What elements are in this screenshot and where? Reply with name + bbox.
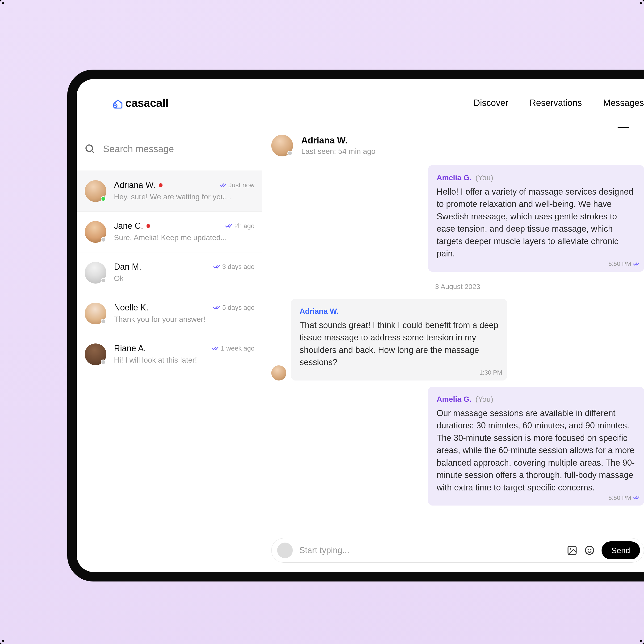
chat-body[interactable]: Amelia G. (You) Hello! I offer a variety… (262, 165, 644, 538)
message-row: Amelia G. (You) Our massage sessions are… (271, 387, 644, 506)
nav-messages[interactable]: Messages (603, 98, 644, 108)
app-header: casacall Discover Reservations Messages (77, 79, 644, 127)
conversation-meta: Just now (220, 181, 255, 189)
conversation-item[interactable]: Noelle K. 5 days ago Thank you for your … (77, 293, 262, 334)
chat-subtitle: Last seen: 54 min ago (301, 147, 376, 156)
composer-input[interactable] (299, 545, 560, 555)
conversation-preview: Thank you for your answer! (114, 315, 255, 324)
avatar (85, 180, 106, 202)
message-row: Adriana W. That sounds great! I think I … (271, 299, 644, 381)
message-composer: Send (271, 538, 644, 563)
conversation-meta: 2h ago (225, 222, 255, 230)
svg-line-3 (92, 151, 94, 153)
read-checks-icon (633, 262, 639, 266)
message-time: 5:50 PM (608, 259, 639, 268)
svg-point-7 (588, 549, 589, 550)
presence-dot (101, 319, 106, 324)
presence-dot (101, 360, 106, 365)
conversation-item[interactable]: Riane A. 1 week ago Hi! I will look at t… (77, 334, 262, 375)
presence-dot (101, 278, 106, 283)
search-input[interactable] (103, 144, 252, 154)
conversation-name: Jane C. (114, 221, 143, 231)
conversation-time: 3 days ago (222, 263, 255, 271)
svg-point-5 (569, 548, 571, 550)
conversation-time: 5 days ago (222, 304, 255, 311)
conversation-preview: Hey, sure! We are waiting for you... (114, 192, 255, 201)
date-divider: 3 August 2023 (271, 283, 644, 291)
svg-point-1 (114, 105, 116, 106)
conversation-preview: Hi! I will look at this later! (114, 356, 255, 364)
conversation-time: 1 week ago (221, 345, 255, 352)
conversation-name: Adriana W. (114, 180, 155, 190)
chat-title: Adriana W. (301, 135, 376, 146)
image-icon[interactable] (567, 545, 577, 556)
message-text: Our massage sessions are available in di… (437, 407, 636, 494)
conversation-time: 2h ago (234, 222, 255, 230)
app-screen: casacall Discover Reservations Messages (77, 79, 644, 572)
chat-header: Adriana W. Last seen: 54 min ago (262, 127, 644, 165)
read-checks-icon (225, 224, 232, 228)
message-text: Hello! I offer a variety of massage serv… (437, 186, 636, 260)
read-checks-icon (212, 346, 218, 351)
conversation-item[interactable]: Jane C. 2h ago Sure, Amelia! Keep me upd… (77, 212, 262, 252)
message-bubble: Amelia G. (You) Our massage sessions are… (428, 387, 644, 506)
message-row: Amelia G. (You) Hello! I offer a variety… (271, 165, 644, 272)
composer-avatar (277, 543, 293, 558)
send-button[interactable]: Send (602, 541, 640, 559)
read-checks-icon (220, 183, 226, 188)
conversation-preview: Sure, Amelia! Keep me updated... (114, 233, 255, 242)
conversation-meta: 1 week ago (212, 345, 255, 352)
message-sender: Amelia G. (You) (437, 394, 636, 405)
emoji-icon[interactable] (584, 545, 595, 556)
chat-panel: Adriana W. Last seen: 54 min ago Amelia … (262, 127, 644, 572)
read-checks-icon (213, 305, 220, 310)
conversation-preview: Ok (114, 274, 255, 283)
presence-dot (101, 237, 106, 242)
avatar (85, 221, 106, 243)
svg-point-2 (86, 145, 93, 152)
avatar (85, 343, 106, 365)
read-checks-icon (633, 496, 639, 500)
conversation-list: Adriana W. Just now Hey, sure! We are wa… (77, 171, 262, 572)
avatar (85, 303, 106, 324)
conversation-name: Riane A. (114, 343, 146, 353)
read-checks-icon (213, 264, 220, 269)
conversation-item[interactable]: Dan M. 3 days ago Ok (77, 252, 262, 293)
nav-reservations[interactable]: Reservations (530, 98, 582, 108)
message-time: 5:50 PM (608, 493, 639, 502)
message-sender: Amelia G. (You) (437, 172, 636, 183)
conversation-meta: 5 days ago (213, 304, 255, 311)
conversation-meta: 3 days ago (213, 263, 255, 271)
conversation-name: Dan M. (114, 262, 141, 272)
brand-logo[interactable]: casacall (112, 96, 168, 109)
unread-dot (159, 183, 163, 187)
search-icon (85, 144, 95, 154)
avatar (85, 262, 106, 284)
nav-discover[interactable]: Discover (473, 98, 508, 108)
tablet-frame: casacall Discover Reservations Messages (67, 70, 644, 581)
brand-name: casacall (125, 96, 168, 109)
logo-icon (112, 98, 124, 108)
conversation-item[interactable]: Adriana W. Just now Hey, sure! We are wa… (77, 171, 262, 212)
message-sender: Adriana W. (300, 306, 498, 317)
presence-dot (101, 196, 106, 201)
svg-point-8 (590, 549, 591, 550)
message-avatar (271, 365, 286, 381)
top-nav: Discover Reservations Messages (473, 98, 644, 108)
conversation-name: Noelle K. (114, 303, 148, 313)
search-row (77, 127, 262, 171)
conversation-time: Just now (229, 181, 255, 189)
conversation-sidebar: Adriana W. Just now Hey, sure! We are wa… (77, 127, 262, 572)
message-bubble: Adriana W. That sounds great! I think I … (291, 299, 507, 381)
message-text: That sounds great! I think I could benef… (300, 319, 498, 369)
message-time: 1:30 PM (479, 368, 502, 377)
svg-point-6 (585, 546, 594, 555)
chat-header-avatar (271, 135, 293, 156)
message-bubble: Amelia G. (You) Hello! I offer a variety… (428, 165, 644, 272)
unread-dot (146, 224, 150, 228)
